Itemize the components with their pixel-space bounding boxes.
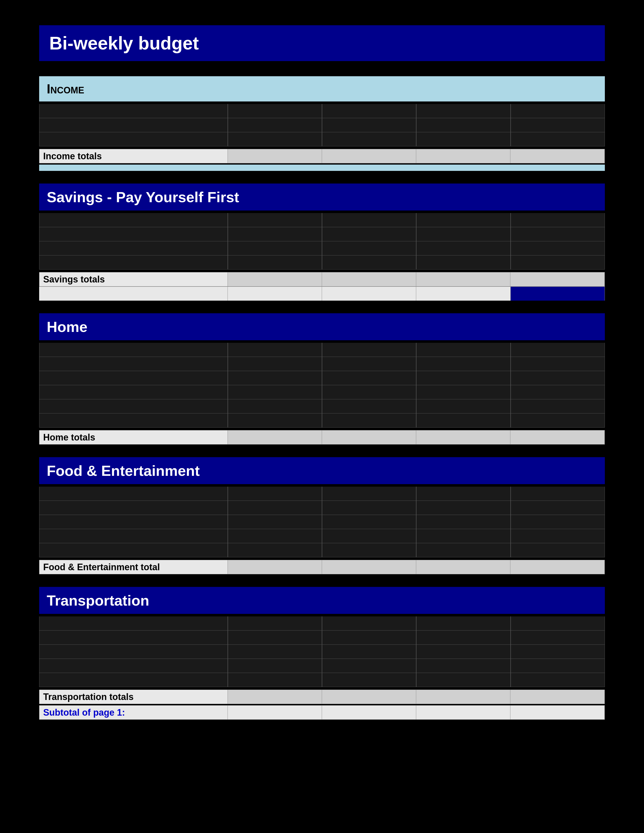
income-totals-col3[interactable] — [416, 149, 510, 163]
transportation-totals-col2[interactable] — [322, 690, 416, 704]
income-row-1-col2[interactable] — [322, 104, 416, 118]
savings-row-2-col3[interactable] — [416, 227, 510, 241]
income-row-1-col3[interactable] — [416, 104, 510, 118]
food-row-5-col3[interactable] — [416, 543, 510, 557]
trans-row-1-col2[interactable] — [322, 616, 416, 630]
trans-row-4-label[interactable] — [39, 659, 228, 673]
savings-row-1-col2[interactable] — [322, 213, 416, 227]
food-row-4-col2[interactable] — [322, 529, 416, 543]
trans-row-1-col1[interactable] — [228, 616, 322, 630]
food-row-1-col1[interactable] — [228, 487, 322, 500]
subtotal-col4[interactable] — [510, 706, 605, 719]
savings-row-1-label[interactable] — [39, 213, 228, 227]
savings-row-4-label[interactable] — [39, 256, 228, 269]
savings-row-1-col4[interactable] — [510, 213, 605, 227]
food-row-5-label[interactable] — [39, 543, 228, 557]
home-row-1-label[interactable] — [39, 343, 228, 357]
food-row-3-col4[interactable] — [510, 515, 605, 529]
trans-row-5-col1[interactable] — [228, 673, 322, 687]
savings-row-3-col1[interactable] — [228, 241, 322, 255]
income-row-2-col3[interactable] — [416, 118, 510, 132]
home-row-5-col4[interactable] — [510, 399, 605, 413]
food-row-2-col3[interactable] — [416, 501, 510, 515]
food-row-1-col4[interactable] — [510, 487, 605, 500]
trans-row-1-col3[interactable] — [416, 616, 510, 630]
savings-row-2-col2[interactable] — [322, 227, 416, 241]
income-row-3-label[interactable] — [39, 132, 228, 146]
savings-row-3-col4[interactable] — [510, 241, 605, 255]
savings-totals-col4[interactable] — [510, 272, 605, 286]
income-row-1-label[interactable] — [39, 104, 228, 118]
home-row-4-col1[interactable] — [228, 385, 322, 399]
home-row-4-col4[interactable] — [510, 385, 605, 399]
home-row-1-col4[interactable] — [510, 343, 605, 357]
income-row-3-col1[interactable] — [228, 132, 322, 146]
subtotal-col1[interactable] — [228, 706, 322, 719]
savings-row-3-col3[interactable] — [416, 241, 510, 255]
trans-row-1-label[interactable] — [39, 616, 228, 630]
savings-totals-col2[interactable] — [322, 272, 416, 286]
home-row-3-col3[interactable] — [416, 371, 510, 385]
food-row-1-label[interactable] — [39, 487, 228, 500]
income-row-2-label[interactable] — [39, 118, 228, 132]
home-row-6-col3[interactable] — [416, 413, 510, 427]
trans-row-4-col3[interactable] — [416, 659, 510, 673]
savings-row-2-col4[interactable] — [510, 227, 605, 241]
food-row-3-label[interactable] — [39, 515, 228, 529]
food-row-3-col2[interactable] — [322, 515, 416, 529]
home-row-1-col2[interactable] — [322, 343, 416, 357]
home-row-3-col1[interactable] — [228, 371, 322, 385]
home-row-2-col3[interactable] — [416, 357, 510, 371]
income-totals-col4[interactable] — [510, 149, 605, 163]
trans-row-2-label[interactable] — [39, 630, 228, 645]
food-row-1-col2[interactable] — [322, 487, 416, 500]
subtotal-col2[interactable] — [322, 706, 416, 719]
home-row-6-col1[interactable] — [228, 413, 322, 427]
trans-row-5-col4[interactable] — [510, 673, 605, 687]
home-row-2-col1[interactable] — [228, 357, 322, 371]
savings-row-4-col1[interactable] — [228, 256, 322, 269]
home-row-6-col2[interactable] — [322, 413, 416, 427]
savings-row-3-col2[interactable] — [322, 241, 416, 255]
income-row-2-col1[interactable] — [228, 118, 322, 132]
trans-row-2-col2[interactable] — [322, 630, 416, 645]
food-row-4-label[interactable] — [39, 529, 228, 543]
savings-row-4-col3[interactable] — [416, 256, 510, 269]
home-row-5-col3[interactable] — [416, 399, 510, 413]
food-row-1-col3[interactable] — [416, 487, 510, 500]
food-totals-col3[interactable] — [416, 560, 510, 574]
income-row-3-col4[interactable] — [510, 132, 605, 146]
food-row-4-col1[interactable] — [228, 529, 322, 543]
savings-row-1-col3[interactable] — [416, 213, 510, 227]
income-row-3-col2[interactable] — [322, 132, 416, 146]
home-totals-col4[interactable] — [510, 430, 605, 444]
home-row-6-label[interactable] — [39, 413, 228, 427]
home-row-3-col2[interactable] — [322, 371, 416, 385]
food-row-2-label[interactable] — [39, 501, 228, 515]
transportation-totals-col3[interactable] — [416, 690, 510, 704]
savings-row-2-label[interactable] — [39, 227, 228, 241]
income-totals-col2[interactable] — [322, 149, 416, 163]
trans-row-2-col3[interactable] — [416, 630, 510, 645]
home-totals-col3[interactable] — [416, 430, 510, 444]
trans-row-5-label[interactable] — [39, 673, 228, 687]
food-row-5-col4[interactable] — [510, 543, 605, 557]
food-row-3-col3[interactable] — [416, 515, 510, 529]
home-row-1-col1[interactable] — [228, 343, 322, 357]
home-row-5-col1[interactable] — [228, 399, 322, 413]
income-totals-col1[interactable] — [228, 149, 322, 163]
home-totals-col1[interactable] — [228, 430, 322, 444]
home-row-1-col3[interactable] — [416, 343, 510, 357]
food-row-5-col2[interactable] — [322, 543, 416, 557]
savings-row-2-col1[interactable] — [228, 227, 322, 241]
home-row-4-col2[interactable] — [322, 385, 416, 399]
income-row-1-col1[interactable] — [228, 104, 322, 118]
trans-row-3-col1[interactable] — [228, 645, 322, 659]
trans-row-5-col3[interactable] — [416, 673, 510, 687]
savings-row-3-label[interactable] — [39, 241, 228, 255]
home-row-2-col4[interactable] — [510, 357, 605, 371]
home-row-4-col3[interactable] — [416, 385, 510, 399]
income-row-2-col2[interactable] — [322, 118, 416, 132]
home-row-2-label[interactable] — [39, 357, 228, 371]
food-totals-col4[interactable] — [510, 560, 605, 574]
